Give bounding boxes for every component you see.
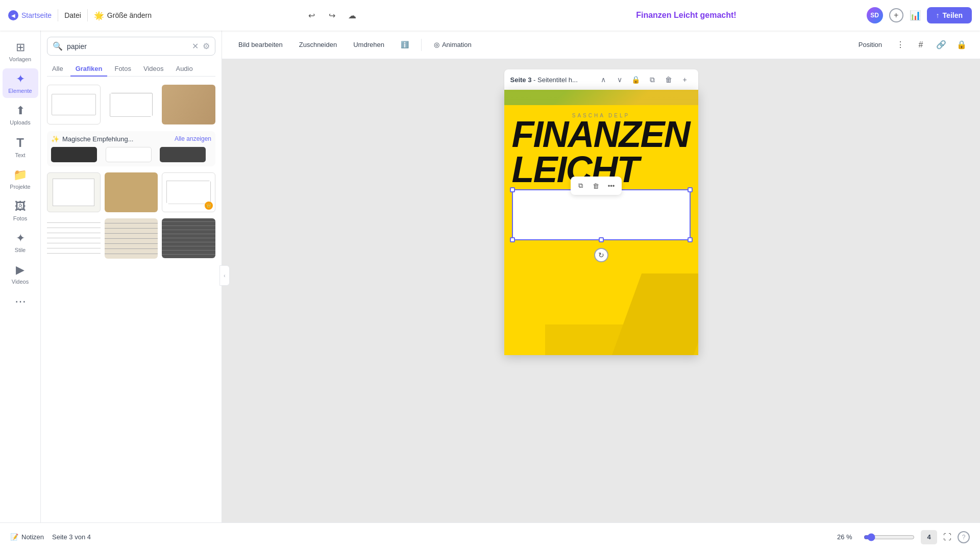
handle-bottom-right[interactable] [688, 237, 693, 242]
magic-item-1[interactable] [51, 147, 97, 162]
size-label: Größe ändern [107, 11, 152, 19]
photos-icon: 🖼 [15, 200, 26, 213]
magic-title: ✨ Magische Empfehlung... [51, 135, 133, 143]
help-button[interactable]: ? [958, 531, 970, 543]
header: ◀ Startseite Datei 🌟 Größe ändern ↩ ↪ ☁ … [0, 0, 980, 31]
position-button[interactable]: Position [852, 38, 888, 52]
search-bar: 🔍 ✕ ⚙ [47, 37, 215, 56]
zoom-slider[interactable] [864, 533, 915, 541]
premium-badge: 👑 [205, 202, 213, 210]
videos-icon: ▶ [16, 263, 24, 277]
share-button[interactable]: ↑ Teilen [927, 7, 972, 23]
magic-item-3[interactable] [160, 147, 206, 162]
page-delete-button[interactable]: 🗑 [662, 72, 676, 87]
flip-button[interactable]: Umdrehen [347, 38, 390, 52]
sidebar-item-more[interactable]: ⋯ [3, 291, 38, 312]
info-button[interactable]: ℹ️ [395, 38, 415, 52]
cloud-save-button[interactable]: ☁ [344, 7, 360, 23]
tab-videos[interactable]: Videos [138, 62, 169, 77]
text-label: Text [15, 152, 25, 158]
slide-title-finanzen: FINANZEN [512, 118, 691, 151]
tab-grafiken[interactable]: Grafiken [70, 62, 108, 77]
edit-image-label: Bild bearbeiten [238, 41, 283, 48]
search-result-item-3[interactable] [162, 85, 215, 124]
sidebar-item-styles[interactable]: ✦ Stile [3, 228, 38, 257]
floating-toolbar: ⧉ 🗑 ••• [571, 177, 622, 195]
float-delete-btn[interactable]: 🗑 [589, 179, 603, 193]
header-left: ◀ Startseite Datei 🌟 Größe ändern [8, 9, 152, 21]
magic-item-2[interactable] [106, 147, 152, 162]
notes-button[interactable]: 📝 Notizen [10, 533, 44, 541]
magic-recommendation-section: ✨ Magische Empfehlung... Alle anzeigen [47, 131, 215, 166]
see-all-button[interactable]: Alle anzeigen [175, 135, 211, 142]
sun-icon: 🌟 [94, 11, 104, 20]
handle-top-right[interactable] [688, 187, 693, 192]
text-icon: T [16, 136, 24, 150]
home-icon: ◀ [8, 10, 18, 20]
notes-icon: 📝 [10, 533, 18, 541]
tab-audio[interactable]: Audio [170, 62, 198, 77]
grid-button[interactable]: # [913, 37, 929, 53]
hide-panel-button[interactable]: ‹ [219, 265, 230, 286]
search-result-item-9[interactable] [162, 218, 215, 258]
document-title[interactable]: Finanzen Leicht gemacht! [636, 11, 736, 20]
search-result-item-1[interactable] [47, 85, 101, 124]
search-result-item-4[interactable] [47, 172, 101, 212]
search-icon: 🔍 [53, 41, 63, 51]
float-more-btn[interactable]: ••• [604, 179, 619, 193]
home-button[interactable]: ◀ Startseite [8, 10, 52, 20]
page-copy-button[interactable]: ⧉ [645, 72, 659, 87]
page-lock-button[interactable]: 🔒 [629, 72, 643, 87]
animation-button[interactable]: ◎ Animation [428, 38, 478, 52]
status-bar: 📝 Notizen Seite 3 von 4 26 % 4 ⛶ ? [0, 522, 980, 551]
expand-up-button[interactable]: ∧ [596, 72, 610, 87]
search-filter-button[interactable]: ⚙ [203, 41, 210, 51]
lock-button[interactable]: 🔒 [953, 37, 970, 53]
page-add-button[interactable]: + [678, 72, 692, 87]
sidebar-item-templates[interactable]: ⊞ Vorlagen [3, 37, 38, 66]
undo-button[interactable]: ↩ [303, 7, 320, 23]
search-result-item-7[interactable] [47, 218, 101, 258]
expand-down-button[interactable]: ∨ [612, 72, 627, 87]
link-button[interactable]: 🔗 [933, 37, 949, 53]
distribute-button[interactable]: ⋮ [892, 37, 909, 53]
rotate-handle-container: ↻ [594, 248, 608, 262]
crop-button[interactable]: Zuschneiden [293, 38, 343, 52]
elements-icon: ✦ [16, 72, 25, 86]
fullscreen-button[interactable]: ⛶ [943, 533, 951, 542]
grid-view-button[interactable]: 4 [921, 530, 937, 544]
search-result-item-5[interactable] [105, 172, 158, 213]
search-input[interactable] [67, 42, 188, 51]
sidebar-item-projects[interactable]: 📁 Projekte [3, 164, 38, 194]
search-result-item-2[interactable] [105, 85, 158, 125]
sidebar-item-photos[interactable]: 🖼 Fotos [3, 196, 38, 226]
avatar[interactable]: SD [867, 7, 883, 23]
page-header-bar: Seite 3 - Seitentitel h... ∧ ∨ 🔒 ⧉ 🗑 + [504, 69, 698, 90]
redo-button[interactable]: ↪ [324, 7, 340, 23]
file-button[interactable]: Datei [64, 11, 81, 19]
search-results-row3 [47, 218, 215, 259]
left-sidebar: ⊞ Vorlagen ✦ Elemente ⬆ Uploads T Text 📁… [0, 31, 41, 522]
stats-icon[interactable]: 📊 [910, 10, 921, 21]
sidebar-item-text[interactable]: T Text [3, 132, 38, 162]
rotate-handle[interactable]: ↻ [594, 248, 608, 262]
handle-bottom-mid[interactable] [599, 237, 604, 242]
add-collaborator-button[interactable]: + [889, 8, 903, 22]
float-copy-btn[interactable]: ⧉ [574, 179, 588, 193]
handle-bottom-left[interactable] [510, 237, 515, 242]
edit-image-button[interactable]: Bild bearbeiten [232, 38, 289, 52]
resize-button[interactable]: 🌟 Größe ändern [94, 11, 152, 20]
selected-paper-element[interactable] [512, 189, 691, 240]
sidebar-item-videos[interactable]: ▶ Videos [3, 259, 38, 289]
tab-fotos[interactable]: Fotos [109, 62, 136, 77]
sidebar-item-elements[interactable]: ✦ Elemente [3, 68, 38, 98]
canvas-slide[interactable]: SASCHA DELP FINANZEN LEICHT ⧉ 🗑 ••• [504, 90, 698, 355]
animation-icon: ◎ [434, 41, 439, 48]
search-result-item-8[interactable] [105, 218, 158, 259]
magic-label: Magische Empfehlung... [62, 135, 133, 143]
search-result-item-6[interactable]: 👑 [162, 172, 215, 212]
sidebar-item-uploads[interactable]: ⬆ Uploads [3, 100, 38, 130]
tab-all[interactable]: Alle [47, 62, 68, 77]
header-divider-2 [87, 9, 88, 21]
search-clear-button[interactable]: ✕ [192, 41, 199, 51]
